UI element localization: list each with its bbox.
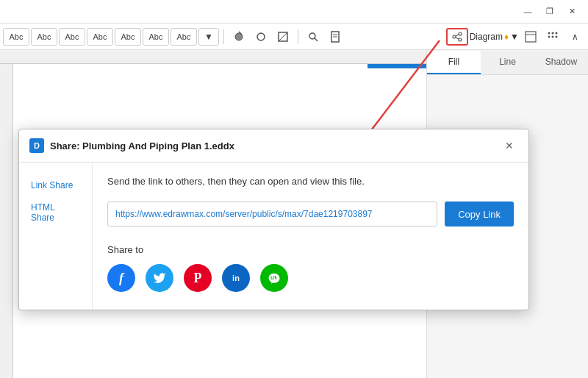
- line-icon[interactable]: [260, 264, 288, 292]
- share-button[interactable]: [446, 28, 468, 46]
- text-style-7[interactable]: Abc: [171, 28, 197, 46]
- chevron-up-icon[interactable]: ∧: [564, 28, 585, 46]
- modal-description: Send the link to others, then they can o…: [107, 176, 514, 187]
- text-style-3[interactable]: Abc: [59, 28, 85, 46]
- right-panel-tabs: Fill Line Shadow: [427, 51, 588, 75]
- svg-point-2: [257, 33, 265, 40]
- fill-color-btn[interactable]: [229, 28, 249, 46]
- svg-point-11: [453, 35, 456, 38]
- svg-point-18: [552, 32, 554, 34]
- html-share-tab[interactable]: HTML Share: [19, 196, 92, 229]
- copy-link-button[interactable]: Copy Link: [445, 202, 514, 227]
- modal-title: Share: Plumbing And Piping Plan 1.eddx: [50, 140, 495, 151]
- template-btn[interactable]: [520, 28, 541, 46]
- svg-point-5: [309, 33, 315, 39]
- svg-line-6: [315, 38, 318, 41]
- pinterest-icon[interactable]: P: [184, 264, 212, 292]
- text-style-6[interactable]: Abc: [143, 28, 169, 46]
- svg-point-17: [548, 32, 551, 34]
- page-btn[interactable]: [325, 28, 345, 46]
- linkedin-icon[interactable]: in: [222, 264, 250, 292]
- transform-btn[interactable]: [273, 28, 293, 46]
- modal-header: D Share: Plumbing And Piping Plan 1.eddx…: [19, 129, 528, 163]
- svg-line-13: [456, 35, 459, 36]
- svg-line-4: [279, 32, 287, 41]
- svg-rect-15: [526, 32, 536, 42]
- svg-point-19: [556, 32, 558, 34]
- diagram-label[interactable]: Diagram ♦ ▼: [470, 32, 519, 42]
- layout-btn[interactable]: [542, 28, 563, 46]
- social-icons-row: f P in: [107, 264, 514, 292]
- svg-point-20: [548, 35, 551, 38]
- more-styles-btn[interactable]: ▼: [198, 28, 219, 46]
- text-style-5[interactable]: Abc: [115, 28, 141, 46]
- svg-point-21: [552, 35, 554, 38]
- text-style-1[interactable]: Abc: [3, 28, 29, 46]
- twitter-icon[interactable]: [146, 264, 173, 292]
- share-to-label: Share to: [107, 244, 514, 255]
- svg-point-12: [459, 38, 462, 41]
- title-bar: — ❐ ✕: [0, 0, 588, 24]
- ruler-horizontal: 8 9 10 11 12: [0, 51, 426, 64]
- svg-point-22: [556, 35, 558, 38]
- url-row: https://www.edrawmax.com/server/public/s…: [107, 202, 514, 227]
- facebook-icon[interactable]: f: [107, 264, 135, 292]
- share-url-display[interactable]: https://www.edrawmax.com/server/public/s…: [107, 202, 437, 227]
- modal-body: Link Share HTML Share Send the link to o…: [19, 163, 528, 310]
- modal-main: Send the link to others, then they can o…: [93, 163, 528, 310]
- tab-shadow[interactable]: Shadow: [534, 51, 588, 74]
- toolbar-top: Abc Abc Abc Abc Abc Abc Abc ▼: [0, 24, 588, 50]
- sep-2: [298, 29, 298, 44]
- svg-line-14: [456, 38, 459, 39]
- tab-line[interactable]: Line: [481, 51, 534, 74]
- tab-fill[interactable]: Fill: [427, 51, 481, 74]
- zoom-btn[interactable]: [303, 28, 323, 46]
- sep-1: [223, 29, 224, 44]
- window-controls: — ❐ ✕: [517, 4, 582, 19]
- modal-close-button[interactable]: ✕: [501, 137, 518, 154]
- svg-point-10: [459, 32, 462, 35]
- shape-btn[interactable]: [251, 28, 271, 46]
- minimize-button[interactable]: —: [517, 4, 538, 19]
- text-style-2[interactable]: Abc: [31, 28, 57, 46]
- text-style-4[interactable]: Abc: [87, 28, 113, 46]
- link-share-tab[interactable]: Link Share: [19, 174, 92, 196]
- ruler-vertical: [0, 64, 13, 378]
- modal-sidebar: Link Share HTML Share: [19, 163, 93, 310]
- modal-title-icon: D: [29, 138, 44, 153]
- share-dialog: D Share: Plumbing And Piping Plan 1.eddx…: [18, 129, 529, 310]
- restore-button[interactable]: ❐: [539, 4, 560, 19]
- close-button[interactable]: ✕: [562, 4, 582, 19]
